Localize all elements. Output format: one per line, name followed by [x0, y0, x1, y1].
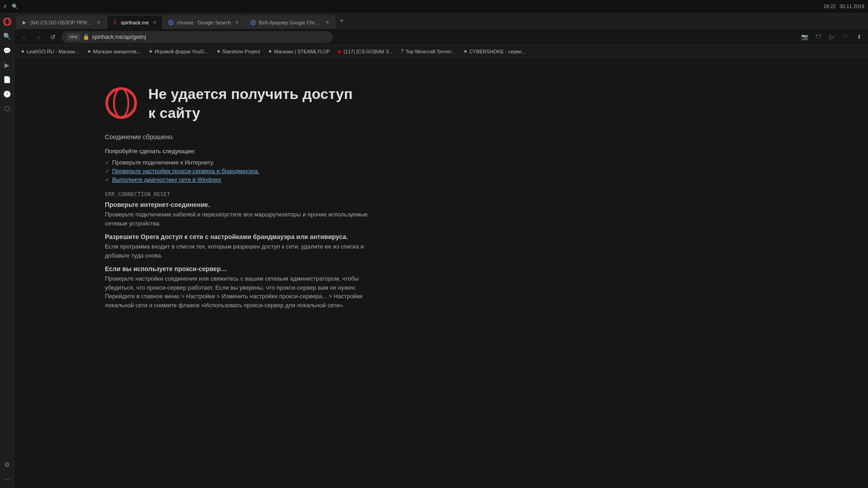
hash-icon: # [4, 4, 6, 9]
error-steps-list: Проверьте подключение к Интернету. Прове… [105, 158, 259, 184]
diagnostics-link[interactable]: Выполните диагностику сети в Windows [112, 176, 221, 183]
block1-text: Проверьте подключение кабелей и перезапу… [105, 210, 376, 228]
date: 30.11.2019 [840, 4, 864, 9]
bookmark-icon-leahgo: ★ [21, 49, 25, 54]
bookmark-forum[interactable]: ★ Игровой форум YouG... [145, 47, 212, 56]
bookmark-label-starshine: Starshine Project [222, 49, 260, 54]
lock-icon: 🔒 [83, 34, 90, 40]
proxy-settings-link[interactable]: Проверьте настройки прокси-сервера и бра… [112, 168, 259, 174]
block3-text: Проверьте настройки соединения или свяжи… [105, 274, 376, 310]
tab-bar: ▶ (64) CS:GO ОБЗОР ПРИВ... ✕ S spirthack… [14, 13, 868, 29]
vpn-badge: VPN [67, 34, 80, 40]
bookmark-csgo-video[interactable]: ▶ (117) [CS:GO]КАК З... [335, 47, 396, 56]
tab-close-csgo[interactable]: ✕ [95, 19, 102, 26]
tab-spirthack[interactable]: S spirthack.me ✕ [107, 15, 163, 29]
main-content: Не удается получить доступ к сайту Соеди… [14, 58, 868, 488]
bookmark-icon-minecraft: T [401, 49, 404, 54]
error-title-line1: Не удается получить доступ [148, 85, 353, 104]
address-bar-right: 📷 🛡 ▷ ♡ ⬇ [799, 32, 864, 42]
tab-favicon-spirthack: S [112, 19, 118, 26]
shield-icon[interactable]: 🛡 [813, 32, 824, 42]
reload-button[interactable]: ↺ [47, 31, 59, 43]
bookmark-steamlylup[interactable]: ★ Магазин | STEAMLYLUP [264, 47, 333, 56]
error-header: Не удается получить доступ к сайту [105, 85, 353, 122]
tab-close-chrome-browser[interactable]: ✕ [324, 19, 330, 26]
sidebar-history-icon[interactable]: 🕐 [1, 88, 14, 100]
tab-title-chrome-browser: Веб-браузер Google Chrome [259, 20, 321, 25]
svg-point-6 [107, 89, 136, 117]
url-text[interactable]: spirthack.me/api/getinj [92, 34, 146, 40]
error-title-block: Не удается получить доступ к сайту [148, 85, 353, 122]
bookmark-label-minecraft: Top Minecraft Server... [406, 49, 455, 54]
tab-favicon-chrome-search [168, 19, 174, 26]
clock: 18:22 [823, 4, 836, 9]
error-title-line2: к сайту [148, 104, 353, 123]
tab-title-chrome-search: chrome · Google Search [177, 20, 231, 25]
sidebar-more-icon[interactable]: ··· [1, 473, 14, 485]
sidebar-search-icon[interactable]: 🔍 [1, 30, 14, 42]
player-icon[interactable]: ▷ [826, 32, 837, 42]
tab-title-spirthack: spirthack.me [121, 20, 149, 25]
bookmark-accounts[interactable]: ★ Магазин аккаунтов... [84, 47, 144, 56]
error-step-3[interactable]: Выполните диагностику сети в Windows [105, 175, 259, 184]
svg-point-7 [114, 89, 128, 117]
error-code: ERR_CONNECTION_RESET [105, 191, 170, 197]
tab-favicon-chrome-browser [250, 19, 256, 26]
sidebar-play-icon[interactable]: ▶ [1, 59, 14, 71]
svg-point-3 [170, 22, 172, 23]
bookmark-label-forum: Игровой форум YouG... [155, 49, 208, 54]
bookmark-leahgo[interactable]: ★ LeahGO.RU - Магази... [17, 47, 83, 56]
block1-title: Проверьте интернет-соединение. [105, 201, 210, 208]
bookmark-label-csgo-video: (117) [CS:GO]КАК З... [344, 49, 393, 54]
forward-button[interactable]: › [33, 31, 44, 43]
search-taskbar-icon: 🔍 [12, 4, 18, 9]
bookmark-cybershoke[interactable]: ★ CYBERSHOKE - серве... [460, 47, 529, 56]
sidebar-extensions-icon[interactable]: ⬡ [1, 102, 14, 115]
bookmark-icon-csgo-video: ▶ [338, 49, 342, 54]
svg-point-5 [252, 22, 254, 23]
sidebar-messages-icon[interactable]: 💬 [1, 44, 14, 57]
svg-point-1 [5, 18, 9, 25]
step1-text: Проверьте подключение к Интернету. [112, 159, 214, 166]
bookmark-icon-cybershoke: ★ [463, 49, 467, 54]
svg-point-0 [4, 18, 11, 25]
bookmark-label-leahgo: LeahGO.RU - Магази... [27, 49, 79, 54]
bookmark-starshine[interactable]: ★ Starshine Project [213, 47, 264, 56]
url-box[interactable]: VPN 🔒 spirthack.me/api/getinj [61, 31, 333, 43]
address-bar: ‹ › ↺ VPN 🔒 spirthack.me/api/getinj 📷 🛡 … [14, 29, 868, 45]
taskbar-left: # 🔍 [4, 4, 18, 9]
bookmark-minecraft[interactable]: T Top Minecraft Server... [397, 47, 459, 56]
tab-chrome-browser[interactable]: Веб-браузер Google Chrome ✕ [245, 15, 335, 29]
back-button[interactable]: ‹ [18, 31, 30, 43]
tab-add-button[interactable]: + [335, 14, 348, 27]
bookmark-icon-steamlylup: ★ [268, 49, 272, 54]
browser-chrome: ▶ (64) CS:GO ОБЗОР ПРИВ... ✕ S spirthack… [14, 13, 868, 58]
error-step-1: Проверьте подключение к Интернету. [105, 158, 259, 167]
bookmark-icon-forum: ★ [149, 49, 153, 54]
bookmark-icon-starshine: ★ [217, 49, 221, 54]
tab-chrome-search[interactable]: chrome · Google Search ✕ [163, 15, 245, 29]
try-following-section: Попробуйте сделать следующее: Проверьте … [105, 148, 259, 184]
sidebar-settings-icon[interactable]: ⚙ [1, 458, 14, 471]
try-following-label: Попробуйте сделать следующее: [105, 148, 259, 155]
bookmark-label-steamlylup: Магазин | STEAMLYLUP [274, 49, 330, 54]
tab-csgo[interactable]: ▶ (64) CS:GO ОБЗОР ПРИВ... ✕ [16, 15, 107, 29]
tab-close-spirthack[interactable]: ✕ [151, 19, 158, 26]
block3-title: Если вы используете прокси-сервер… [105, 265, 227, 272]
taskbar-right: 18:22 30.11.2019 [823, 4, 864, 9]
opera-logo-icon [105, 87, 137, 119]
bookmark-label-accounts: Магазин аккаунтов... [93, 49, 141, 54]
heart-icon[interactable]: ♡ [840, 32, 851, 42]
sidebar-news-icon[interactable]: 📄 [1, 73, 14, 86]
error-page: Не удается получить доступ к сайту Соеди… [14, 58, 467, 342]
tab-favicon-csgo: ▶ [21, 19, 28, 26]
bookmarks-bar: ★ LeahGO.RU - Магази... ★ Магазин аккаун… [14, 45, 868, 58]
opera-sidebar: 🔍 💬 ▶ 📄 🕐 ⬡ ⚙ ··· [0, 13, 14, 488]
download-icon[interactable]: ⬇ [854, 32, 864, 42]
error-step-2[interactable]: Проверьте настройки прокси-сервера и бра… [105, 167, 259, 175]
connection-reset-label: Соединение сброшено. [105, 133, 174, 141]
sidebar-opera-logo[interactable] [1, 15, 14, 28]
screenshot-icon[interactable]: 📷 [799, 32, 810, 42]
bookmark-label-cybershoke: CYBERSHOKE - серве... [469, 49, 526, 54]
tab-close-chrome-search[interactable]: ✕ [234, 19, 240, 26]
